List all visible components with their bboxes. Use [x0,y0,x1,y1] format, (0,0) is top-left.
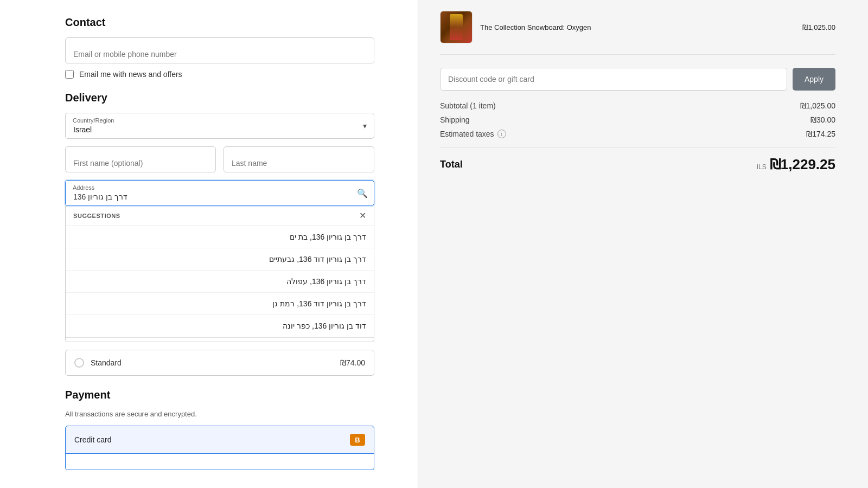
email-input[interactable] [65,37,374,63]
subtotal-label: Subtotal (1 item) [440,101,496,110]
delivery-section: Delivery Country/Region Israel ▾ Address… [65,92,374,376]
newsletter-row: Email me with news and offers [65,70,374,79]
shipping-label: Standard [91,358,122,367]
apply-button[interactable]: Apply [793,68,835,91]
subtotal-value: ₪1,025.00 [800,101,836,110]
right-panel: The Collection Snowboard: Oxygen ₪1,025.… [418,0,868,488]
shipping-option-left: Standard [74,358,122,368]
braintree-icon: B [350,434,365,446]
product-image [440,11,473,43]
left-panel: Contact Email me with news and offers De… [0,0,418,488]
credit-card-label: Credit card [74,435,111,444]
close-icon[interactable]: ✕ [359,211,366,220]
payment-title: Payment [65,389,374,401]
taxes-label: Estimated taxes [440,130,494,138]
suggestion-item[interactable]: דרך בן גוריון דוד 136, רמת גן [66,293,374,315]
total-label: Total [440,159,463,170]
payment-section: Payment All transactions are secure and … [65,389,374,470]
suggestions-header-label: SUGGESTIONS [73,213,120,219]
contact-title: Contact [65,16,374,29]
first-name-input[interactable] [65,146,216,172]
suggestions-header: SUGGESTIONS ✕ [66,206,374,226]
suggestions-box: SUGGESTIONS ✕ דרך בן גוריון 136, בת ים ד… [65,206,374,342]
contact-section: Contact Email me with news and offers [65,16,374,79]
total-right: ILS ₪1,229.25 [757,156,835,173]
address-input[interactable] [65,180,374,206]
credit-card-row[interactable]: Credit card B [65,426,374,454]
suggestion-item[interactable]: דרך בן גוריון 136, בת ים [66,226,374,248]
suggestion-item[interactable]: דוד בן גוריון 136, כפר יונה [66,315,374,337]
newsletter-checkbox[interactable] [65,70,74,79]
discount-row: Apply [440,68,835,91]
card-fields-row [65,454,374,470]
taxes-row: Estimated taxes i ₪174.25 [440,130,835,138]
discount-input[interactable] [440,68,787,91]
product-image-inner [450,14,463,40]
suggestions-spacer [66,337,374,342]
suggestion-item[interactable]: דרך בן גוריון 136, עפולה [66,271,374,293]
shipping-row: Shipping ₪30.00 [440,115,835,124]
name-row [65,146,374,172]
country-select[interactable]: Israel [65,113,374,139]
total-row: Total ILS ₪1,229.25 [440,147,835,173]
product-row: The Collection Snowboard: Oxygen ₪1,025.… [440,11,835,55]
payment-subtitle: All transactions are secure and encrypte… [65,410,374,418]
total-currency: ILS [757,163,767,171]
taxes-value: ₪174.25 [806,130,835,138]
email-wrapper [65,37,374,63]
delivery-title: Delivery [65,92,374,104]
shipping-radio[interactable] [74,358,84,368]
newsletter-label: Email me with news and offers [79,70,182,79]
last-name-input[interactable] [224,146,374,172]
first-name-wrapper [65,146,216,172]
shipping-option[interactable]: Standard ₪74.00 [65,350,374,376]
country-wrapper: Country/Region Israel ▾ [65,113,374,139]
shipping-price: ₪74.00 [340,358,365,367]
address-wrapper: Address 🔍 [65,180,374,206]
shipping-label: Shipping [440,115,470,124]
product-name: The Collection Snowboard: Oxygen [480,23,795,31]
suggestion-item[interactable]: דרך בן גוריון דוד 136, גבעתיים [66,248,374,271]
product-price: ₪1,025.00 [802,23,835,31]
info-icon[interactable]: i [497,130,506,138]
last-name-wrapper [224,146,374,172]
search-icon: 🔍 [357,188,368,198]
subtotal-row: Subtotal (1 item) ₪1,025.00 [440,101,835,110]
total-value: ₪1,229.25 [770,156,835,173]
shipping-value: ₪30.00 [810,115,835,124]
